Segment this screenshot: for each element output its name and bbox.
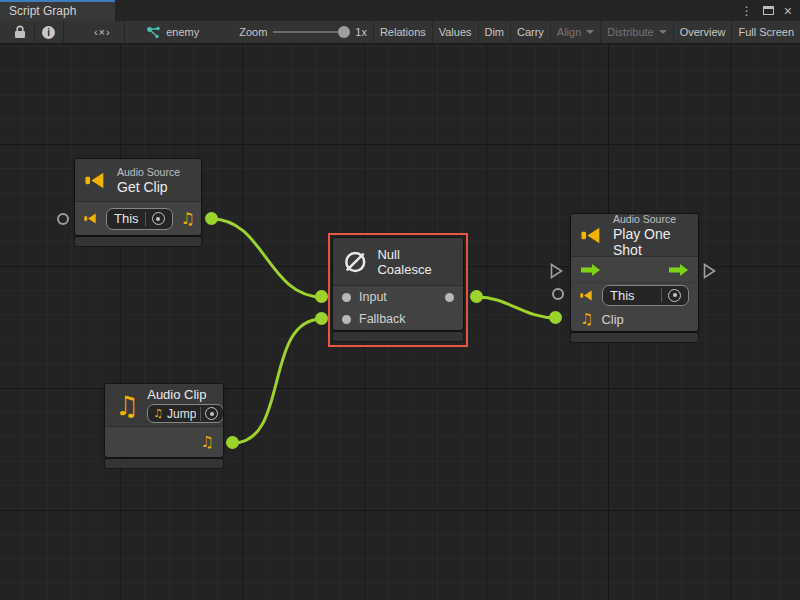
port-nullcoalesce-fallback-connected[interactable]	[315, 312, 328, 325]
audio-clip-output-icon: ♫	[201, 435, 214, 450]
tab-title: Script Graph	[9, 4, 76, 18]
node-category: Audio Source	[613, 214, 688, 225]
info-icon: i	[42, 26, 55, 39]
this-object-field[interactable]: This	[602, 285, 689, 306]
audio-source-port-icon	[84, 212, 98, 225]
control-input-arrow-icon[interactable]	[580, 263, 601, 277]
audio-clip-port-icon: ♫	[181, 211, 195, 227]
node-title: Null Coalesce	[377, 247, 453, 277]
port-playoneshot-clip-connected[interactable]	[549, 311, 562, 324]
relations-button[interactable]: Relations	[374, 21, 432, 43]
node-footer	[571, 333, 698, 342]
null-coalesce-icon	[343, 249, 367, 275]
audio-clip-mini-icon: ♫	[153, 408, 163, 419]
port-playoneshot-control-in[interactable]	[550, 263, 563, 279]
fallback-port-dot[interactable]	[342, 315, 351, 324]
carry-button[interactable]: Carry	[511, 21, 550, 43]
zoom-value: 1x	[349, 21, 373, 43]
audio-clip-port-icon: ♫	[580, 312, 593, 327]
graph-icon	[146, 26, 161, 39]
port-playoneshot-this-unconnected[interactable]	[552, 288, 564, 300]
audio-clip-icon: ♫	[115, 392, 139, 419]
port-getclip-this-unconnected[interactable]	[57, 213, 69, 225]
code-view-button[interactable]: ‹×›	[80, 21, 124, 43]
info-button[interactable]: i	[35, 21, 63, 43]
lock-button[interactable]	[6, 21, 34, 43]
node-title: Play One Shot	[613, 226, 688, 258]
chevron-down-icon	[659, 30, 667, 34]
port-nullcoalesce-input-connected[interactable]	[315, 290, 328, 303]
code-icon: ‹×›	[94, 26, 111, 38]
result-port-dot[interactable]	[445, 293, 454, 302]
values-button[interactable]: Values	[433, 21, 478, 43]
port-nullcoalesce-result-connected[interactable]	[470, 290, 483, 303]
node-footer	[333, 332, 463, 341]
control-output-arrow-icon[interactable]	[668, 263, 689, 277]
port-getclip-output-connected[interactable]	[205, 212, 218, 225]
lock-icon	[14, 25, 26, 39]
chevron-down-icon	[586, 30, 594, 34]
window-menu-icon[interactable]: ⋮	[741, 5, 753, 17]
tabstrip-spacer	[115, 0, 741, 21]
align-button[interactable]: Align	[551, 21, 600, 43]
audio-source-port-icon	[580, 289, 594, 302]
wire-getclip-to-input[interactable]	[212, 219, 322, 297]
clip-object-field[interactable]: ♫ Jump	[147, 404, 223, 423]
object-picker-icon[interactable]	[668, 289, 681, 302]
graph-name: enemy	[166, 26, 199, 38]
port-playoneshot-control-out[interactable]	[703, 263, 716, 279]
input-port-dot[interactable]	[342, 293, 351, 302]
selection-outline: Null Coalesce Input Fallback	[328, 233, 468, 347]
graph-toolbar: i ‹×› enemy Zoom 1x R	[0, 21, 800, 44]
wire-result-to-clip[interactable]	[477, 297, 556, 318]
distribute-button[interactable]: Distribute	[601, 21, 672, 43]
zoom-slider[interactable]	[269, 21, 349, 43]
node-title: Get Clip	[117, 179, 180, 195]
node-get-clip[interactable]: Audio Source Get Clip This ♫	[75, 159, 201, 246]
zoom-group: Zoom	[233, 21, 269, 43]
node-play-one-shot[interactable]: Audio Source Play One Shot	[571, 214, 698, 342]
active-tab-accent	[0, 0, 115, 2]
audio-source-icon	[85, 171, 107, 190]
tab-script-graph[interactable]: Script Graph	[0, 0, 115, 21]
tab-bar: Script Graph ⋮ ×	[0, 0, 800, 21]
node-title: Audio Clip	[147, 387, 223, 402]
zoom-slider-track[interactable]	[273, 31, 345, 33]
node-null-coalesce[interactable]: Null Coalesce Input Fallback	[333, 238, 463, 341]
close-icon[interactable]: ×	[784, 4, 792, 18]
overview-button[interactable]: Overview	[674, 21, 732, 43]
graph-breadcrumb[interactable]: enemy	[140, 21, 205, 43]
this-object-field[interactable]: This	[106, 208, 173, 230]
audio-source-icon	[581, 226, 603, 245]
node-footer	[75, 237, 201, 246]
object-picker-icon[interactable]	[205, 407, 218, 420]
object-picker-icon[interactable]	[152, 212, 165, 225]
graph-canvas[interactable]: Audio Source Get Clip This ♫	[0, 44, 800, 600]
maximize-icon[interactable]	[763, 6, 774, 15]
wire-audioclip-to-fallback[interactable]	[233, 319, 322, 443]
zoom-label: Zoom	[239, 26, 267, 38]
dim-button[interactable]: Dim	[478, 21, 510, 43]
node-category: Audio Source	[117, 166, 180, 178]
unity-script-graph-window: Script Graph ⋮ × i ‹×›	[0, 0, 800, 600]
fullscreen-button[interactable]: Full Screen	[732, 21, 800, 43]
node-footer	[105, 459, 223, 468]
port-audioclip-output-connected[interactable]	[226, 436, 239, 449]
node-audio-clip[interactable]: ♫ Audio Clip ♫ Jump ♫	[105, 384, 223, 468]
